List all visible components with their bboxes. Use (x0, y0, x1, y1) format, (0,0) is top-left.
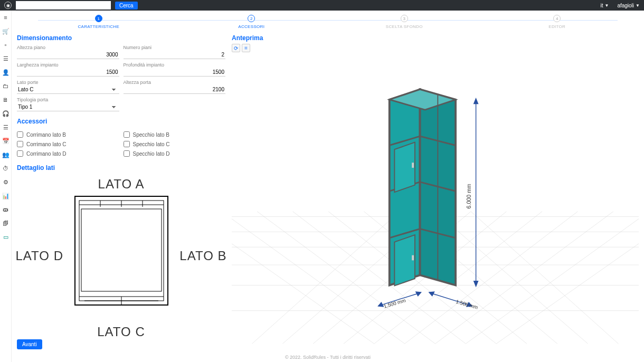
stepper: 1 CARATTERISTICHE 2 ACCESSORI 3 SCELTA S… (12, 11, 644, 30)
dimensionamento-title: Dimensionamento (17, 34, 225, 42)
step-editor: 4 EDITOR (481, 15, 634, 29)
chevron-down-icon: ▼ (604, 3, 609, 8)
gauge-icon[interactable]: ⏱ (2, 165, 10, 172)
doc-icon[interactable]: 🗎 (2, 96, 10, 103)
dettaglio-title: Dettaglio lati (17, 164, 225, 172)
rotate-button[interactable]: ⟳ (232, 44, 240, 52)
svg-rect-2 (81, 209, 162, 291)
svg-line-33 (496, 212, 639, 344)
svg-marker-52 (429, 292, 434, 296)
profondita-label: Profondità impianto (124, 62, 226, 68)
folder-icon[interactable]: 🗀 (2, 82, 10, 90)
svg-line-25 (435, 212, 613, 344)
svg-line-32 (466, 212, 639, 344)
anteprima-title: Anteprima (232, 34, 263, 42)
svg-marker-44 (394, 235, 415, 285)
reset-view-button[interactable]: = (242, 44, 250, 52)
lato-c-label: LATO C (97, 325, 145, 339)
svg-rect-46 (412, 255, 414, 261)
tipologia-select[interactable]: Tipo 1 (17, 103, 119, 111)
corrimano-b-check[interactable]: Corrimano lato B (17, 131, 119, 138)
calendar-icon[interactable]: 📅 (2, 137, 10, 145)
svg-marker-50 (474, 281, 478, 287)
lato-porte-select[interactable]: Lato C (17, 85, 119, 94)
width-measure: 1.500 mm (383, 297, 406, 309)
svg-marker-56 (416, 292, 421, 296)
svg-rect-45 (412, 163, 414, 168)
lato-b-label: LATO B (179, 249, 226, 263)
people-icon[interactable]: 👥 (2, 151, 10, 158)
altezza-porta-label: Altezza porta (124, 80, 226, 85)
lati-diagram: LATO A LATO B LATO C LATO D (26, 177, 216, 335)
svg-line-23 (232, 212, 405, 344)
corrimano-c-check[interactable]: Corrimano lato C (17, 141, 119, 147)
step-caratteristiche[interactable]: 1 CARATTERISTICHE (22, 15, 175, 29)
list-icon[interactable]: ☰ (2, 55, 10, 62)
lato-d-label: LATO D (16, 249, 63, 263)
svg-marker-49 (474, 99, 478, 104)
cart-icon[interactable]: 🛒 (2, 27, 10, 35)
svg-line-22 (471, 212, 618, 344)
svg-rect-1 (79, 201, 164, 301)
specchio-d-check[interactable]: Specchio lato D (124, 150, 226, 157)
menu-icon[interactable]: ≡ (2, 14, 10, 21)
svg-marker-55 (378, 302, 384, 307)
footer-text: © 2022. SolidRules - Tutti i diritti ris… (12, 353, 644, 362)
corrimano-d-check[interactable]: Corrimano lato D (17, 150, 119, 157)
altezza-piano-label: Altezza piano (17, 45, 119, 50)
headset-icon[interactable]: 🎧 (2, 110, 10, 117)
step-accessori[interactable]: 2 ACCESSORI (175, 15, 328, 29)
specchio-c-check[interactable]: Specchio lato C (124, 141, 226, 147)
box-icon[interactable]: ▫ (2, 41, 10, 49)
larghezza-label: Larghezza impianto (17, 62, 119, 68)
user-icon[interactable]: 👤 (2, 69, 10, 76)
ticket-icon[interactable]: 🎟 (2, 206, 10, 213)
topbar: ◉ Cerca it▼ afagioli▼ (0, 0, 644, 11)
chart-icon[interactable]: 📊 (2, 192, 10, 199)
rows-icon[interactable]: ☰ (2, 123, 10, 131)
specchio-b-check[interactable]: Specchio lato B (124, 131, 226, 138)
user-menu[interactable]: afagioli▼ (617, 3, 640, 8)
app-logo-icon: ◉ (4, 2, 12, 9)
profondita-input[interactable] (124, 68, 226, 77)
altezza-piano-input[interactable] (17, 51, 119, 59)
numero-piani-input[interactable] (124, 51, 226, 59)
step-sfondo: 3 SCELTA SFONDO (328, 15, 481, 29)
svg-line-31 (252, 212, 400, 344)
larghezza-input[interactable] (17, 68, 119, 77)
tipologia-label: Tipologia porta (17, 97, 119, 102)
numero-piani-label: Numero piani (124, 45, 226, 50)
language-selector[interactable]: it▼ (600, 3, 609, 8)
preview-icon[interactable]: ▭ (2, 233, 10, 241)
accessori-title: Accessori (17, 118, 225, 125)
svg-rect-0 (75, 196, 168, 305)
page-icon[interactable]: 🗐 (2, 220, 10, 227)
search-button[interactable]: Cerca (115, 2, 138, 9)
avanti-button[interactable]: Avanti (17, 339, 42, 349)
sidebar: ≡ 🛒 ▫ ☰ 👤 🗀 🗎 🎧 ☰ 📅 👥 ⏱ ⚙ 📊 🎟 🗐 ▭ (0, 11, 12, 362)
height-measure: 6.000 mm (466, 184, 472, 208)
lato-porte-label: Lato porte (17, 80, 119, 85)
preview-3d-viewport[interactable]: 6.000 mm 1.500 mm (232, 54, 639, 348)
lato-a-label: LATO A (98, 177, 145, 192)
depth-measure: 1.500 mm (455, 299, 478, 310)
sliders-icon[interactable]: ⚙ (2, 178, 10, 186)
altezza-porta-input[interactable] (124, 85, 226, 94)
search-input[interactable] (16, 1, 111, 9)
chevron-down-icon: ▼ (636, 3, 640, 8)
svg-line-24 (232, 212, 374, 344)
